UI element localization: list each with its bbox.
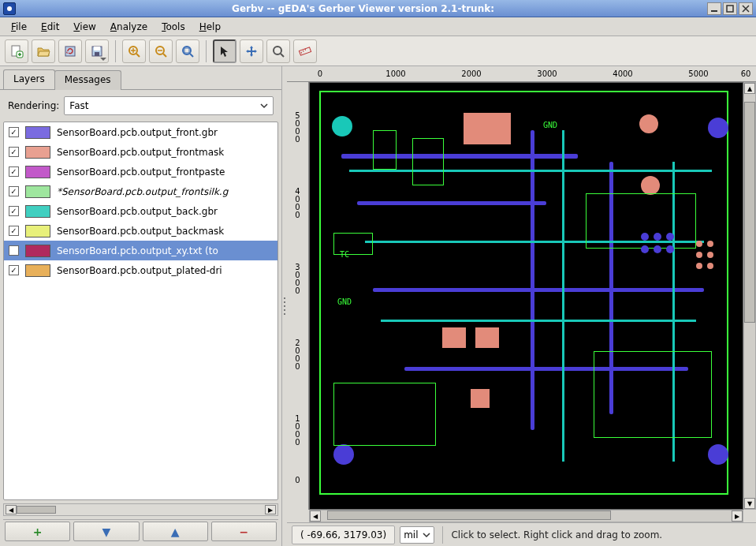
toolbar bbox=[0, 36, 756, 66]
layer-list[interactable]: ✓ SensorBoard.pcb.output_front.gbr ✓ Sen… bbox=[3, 122, 278, 500]
scroll-right-icon[interactable]: ▶ bbox=[265, 505, 276, 514]
scroll-left-icon[interactable]: ◀ bbox=[6, 505, 17, 514]
svg-rect-2 bbox=[727, 6, 733, 12]
layer-name: SensorBoard.pcb.output_xy.txt (to bbox=[57, 245, 273, 256]
menu-file[interactable]: File bbox=[5, 19, 33, 35]
ruler-tick: 2000 bbox=[461, 69, 481, 78]
zoom-out-button[interactable] bbox=[149, 39, 173, 63]
revert-button[interactable] bbox=[58, 39, 82, 63]
svg-point-0 bbox=[7, 6, 12, 11]
layer-row[interactable]: SensorBoard.pcb.output_xy.txt (to bbox=[4, 241, 277, 260]
layer-row[interactable]: ✓ SensorBoard.pcb.output_frontmask bbox=[4, 142, 277, 162]
measure-tool-button[interactable] bbox=[293, 39, 317, 63]
tab-messages[interactable]: Messages bbox=[54, 70, 121, 90]
layer-row[interactable]: ✓ SensorBoard.pcb.output_backmask bbox=[4, 221, 277, 241]
svg-rect-8 bbox=[95, 52, 99, 56]
rendering-row: Rendering: Fast bbox=[0, 90, 281, 122]
layer-name: SensorBoard.pcb.output_back.gbr bbox=[57, 206, 273, 217]
pcb-label: TC bbox=[340, 250, 349, 259]
layer-swatch[interactable] bbox=[25, 146, 50, 159]
add-layer-button[interactable]: + bbox=[5, 522, 70, 541]
layer-checkbox[interactable]: ✓ bbox=[9, 147, 19, 157]
scroll-thumb[interactable] bbox=[17, 506, 56, 514]
scroll-up-icon[interactable]: ▲ bbox=[744, 83, 755, 94]
unit-value: mil bbox=[404, 529, 418, 540]
unit-combo[interactable]: mil bbox=[400, 526, 434, 544]
sidebar-hscrollbar[interactable]: ◀ ▶ bbox=[3, 503, 278, 516]
open-button[interactable] bbox=[32, 39, 55, 63]
menu-view[interactable]: View bbox=[67, 19, 102, 35]
layer-row[interactable]: ✓ SensorBoard.pcb.output_back.gbr bbox=[4, 201, 277, 221]
sidebar-tabs: Layers Messages bbox=[0, 69, 281, 90]
layer-checkbox[interactable] bbox=[9, 245, 19, 256]
ruler-tick: 0 bbox=[287, 477, 308, 484]
menubar: File Edit View Analyze Tools Help bbox=[0, 17, 756, 36]
layer-row[interactable]: ✓ SensorBoard.pcb.output_front.gbr bbox=[4, 122, 277, 142]
menu-analyze[interactable]: Analyze bbox=[104, 19, 154, 35]
layer-name: SensorBoard.pcb.output_plated-dri bbox=[57, 265, 273, 276]
layer-swatch[interactable] bbox=[25, 166, 50, 178]
scroll-thumb[interactable] bbox=[744, 102, 755, 323]
layer-swatch[interactable] bbox=[25, 185, 50, 198]
layer-row[interactable]: ✓ SensorBoard.pcb.output_frontpaste bbox=[4, 162, 277, 181]
svg-rect-5 bbox=[65, 47, 75, 56]
menu-edit[interactable]: Edit bbox=[35, 19, 65, 35]
layer-action-buttons: + ▼ ▲ − bbox=[3, 519, 278, 543]
pcb-canvas[interactable]: GND GND TC bbox=[309, 82, 743, 510]
minimize-button[interactable] bbox=[707, 2, 721, 15]
zoom-tool-button[interactable] bbox=[266, 39, 290, 63]
ruler-horizontal: 0 1000 2000 3000 4000 5000 60 bbox=[287, 66, 756, 82]
layer-checkbox[interactable]: ✓ bbox=[9, 226, 19, 236]
new-button[interactable] bbox=[5, 39, 28, 63]
sidebar: Layers Messages Rendering: Fast ✓ Sensor… bbox=[0, 66, 282, 546]
layer-name: SensorBoard.pcb.output_front.gbr bbox=[57, 127, 273, 138]
tab-layers[interactable]: Layers bbox=[3, 69, 55, 89]
zoom-fit-button[interactable] bbox=[176, 39, 199, 63]
layer-name: SensorBoard.pcb.output_frontmask bbox=[57, 147, 273, 158]
layer-checkbox[interactable]: ✓ bbox=[9, 265, 19, 275]
ruler-tick: 60 bbox=[741, 69, 751, 78]
layer-checkbox[interactable]: ✓ bbox=[9, 127, 19, 137]
ruler-tick: 4000 bbox=[613, 69, 632, 78]
menu-help[interactable]: Help bbox=[193, 19, 227, 35]
layer-checkbox[interactable]: ✓ bbox=[9, 206, 19, 216]
ruler-tick: 1000 bbox=[287, 415, 308, 447]
rendering-value: Fast bbox=[69, 100, 88, 111]
layer-checkbox[interactable]: ✓ bbox=[9, 166, 19, 177]
layer-swatch[interactable] bbox=[25, 264, 50, 277]
canvas-vscrollbar[interactable]: ▲ ▼ bbox=[743, 82, 756, 510]
svg-rect-1 bbox=[711, 10, 717, 12]
layer-checkbox[interactable]: ✓ bbox=[9, 186, 19, 196]
layer-swatch[interactable] bbox=[25, 225, 50, 237]
layer-swatch[interactable] bbox=[25, 205, 50, 218]
save-button[interactable] bbox=[85, 39, 109, 63]
rendering-combo[interactable]: Fast bbox=[64, 96, 274, 115]
rendering-label: Rendering: bbox=[8, 100, 59, 111]
move-down-button[interactable]: ▼ bbox=[73, 522, 139, 541]
layer-swatch[interactable] bbox=[25, 126, 50, 139]
status-hint: Click to select. Right click and drag to… bbox=[442, 526, 751, 544]
move-up-button[interactable]: ▲ bbox=[143, 522, 208, 541]
ruler-tick: 1000 bbox=[385, 69, 405, 78]
remove-layer-button[interactable]: − bbox=[211, 522, 277, 541]
canvas-hscrollbar[interactable]: ◀ ▶ bbox=[309, 510, 743, 522]
close-button[interactable] bbox=[739, 2, 753, 15]
pointer-tool-button[interactable] bbox=[213, 39, 236, 63]
menu-tools[interactable]: Tools bbox=[155, 19, 192, 35]
ruler-tick: 3000 bbox=[287, 264, 308, 295]
maximize-button[interactable] bbox=[723, 2, 737, 15]
svg-point-13 bbox=[274, 47, 281, 54]
scroll-left-icon[interactable]: ◀ bbox=[310, 510, 321, 522]
scroll-right-icon[interactable]: ▶ bbox=[732, 510, 743, 522]
scroll-thumb[interactable] bbox=[327, 510, 611, 520]
layer-row[interactable]: ✓ *SensorBoard.pcb.output_frontsilk.g bbox=[4, 181, 277, 201]
scroll-down-icon[interactable]: ▼ bbox=[744, 498, 755, 509]
zoom-in-button[interactable] bbox=[122, 39, 146, 63]
pan-tool-button[interactable] bbox=[240, 39, 263, 63]
statusbar: ( -69.66, 3179.03) mil Click to select. … bbox=[287, 522, 756, 546]
layer-row[interactable]: ✓ SensorBoard.pcb.output_plated-dri bbox=[4, 260, 277, 280]
ruler-tick: 0 bbox=[318, 69, 322, 78]
svg-rect-7 bbox=[94, 47, 100, 50]
window-titlebar: Gerbv -- gEDA's Gerber Viewer version 2.… bbox=[0, 0, 756, 17]
layer-swatch[interactable] bbox=[25, 245, 50, 257]
